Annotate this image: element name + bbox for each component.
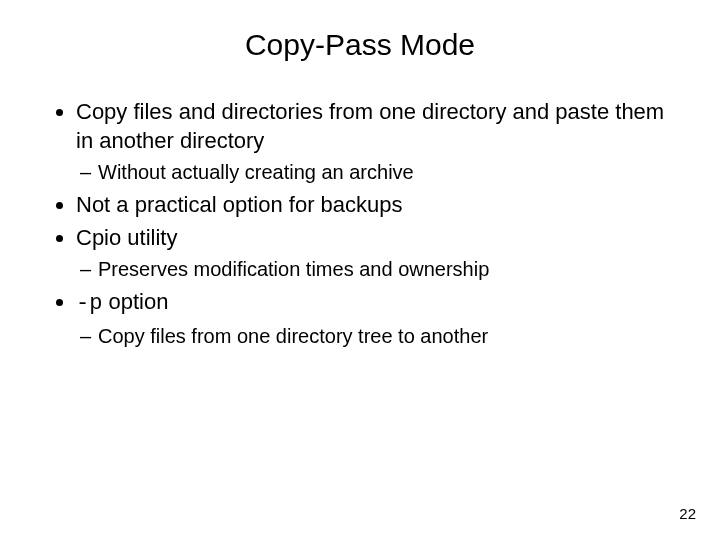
sub-item: Copy files from one directory tree to an…: [98, 323, 680, 349]
slide: Copy-Pass Mode Copy files and directorie…: [0, 0, 720, 540]
bullet-text: option: [102, 289, 168, 314]
sub-item: Preserves modification times and ownersh…: [98, 256, 680, 282]
bullet-item: -p option Copy files from one directory …: [76, 288, 680, 349]
sub-list: Without actually creating an archive: [76, 159, 680, 185]
bullet-item: Cpio utility Preserves modification time…: [76, 224, 680, 283]
slide-title: Copy-Pass Mode: [40, 28, 680, 62]
bullet-text: Not a practical option for backups: [76, 192, 403, 217]
sub-list: Preserves modification times and ownersh…: [76, 256, 680, 282]
bullet-text: Cpio utility: [76, 225, 177, 250]
bullet-item: Copy files and directories from one dire…: [76, 98, 680, 185]
page-number: 22: [679, 505, 696, 522]
bullet-text: Copy files and directories from one dire…: [76, 99, 664, 153]
bullet-item: Not a practical option for backups: [76, 191, 680, 220]
sub-list: Copy files from one directory tree to an…: [76, 323, 680, 349]
bullet-list: Copy files and directories from one dire…: [40, 98, 680, 349]
bullet-code: -p: [76, 291, 102, 316]
sub-item: Without actually creating an archive: [98, 159, 680, 185]
